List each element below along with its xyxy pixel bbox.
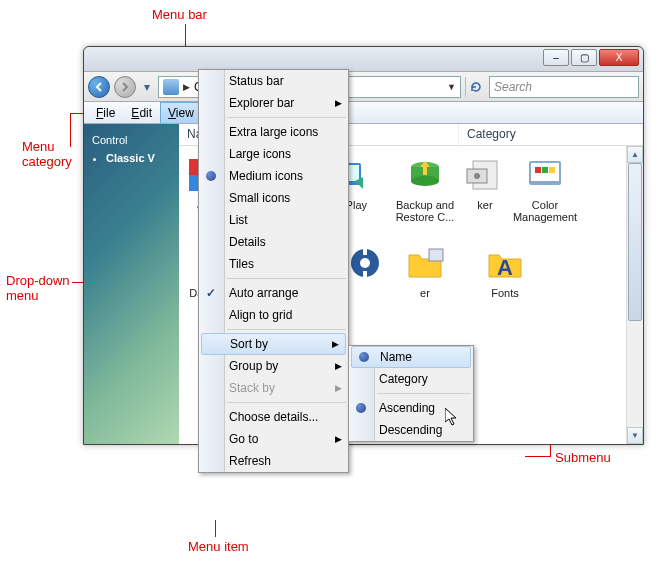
radio-bullet-icon	[356, 403, 366, 413]
menu-item-explorer-bar[interactable]: Explorer bar▶	[199, 92, 348, 114]
menu-item-choose-details[interactable]: Choose details...	[199, 406, 348, 428]
sidebar-item-classic-view[interactable]: Classic V	[106, 152, 171, 164]
list-item[interactable]: er	[387, 242, 463, 328]
callout-menu-category: Menu category	[22, 139, 72, 169]
menu-item-go-to[interactable]: Go to▶	[199, 428, 348, 450]
view-dropdown-menu: Status bar Explorer bar▶ Extra large ico…	[198, 69, 349, 473]
address-dropdown-icon[interactable]: ▼	[447, 82, 456, 92]
menu-item-extra-large-icons[interactable]: Extra large icons	[199, 121, 348, 143]
menu-bar: File Edit View Tools Help	[84, 102, 643, 124]
menu-item-align-to-grid[interactable]: Align to grid	[199, 304, 348, 326]
app-icon	[344, 242, 386, 284]
back-button[interactable]	[88, 76, 110, 98]
svg-rect-20	[535, 167, 541, 173]
backup-icon	[404, 154, 446, 196]
app-icon	[464, 154, 506, 196]
radio-bullet-icon	[359, 352, 369, 362]
folder-icon	[404, 242, 446, 284]
control-panel-icon	[163, 79, 179, 95]
callout-menubar: Menu bar	[152, 7, 207, 22]
minimize-button[interactable]: –	[543, 49, 569, 66]
radio-bullet-icon	[206, 171, 216, 181]
fonts-icon: A	[484, 242, 526, 284]
forward-button[interactable]	[114, 76, 136, 98]
close-button[interactable]: X	[599, 49, 639, 66]
nav-history-dropdown[interactable]: ▾	[140, 78, 154, 96]
menu-item-stack-by: Stack by▶	[199, 377, 348, 399]
menu-item-small-icons[interactable]: Small icons	[199, 187, 348, 209]
svg-rect-21	[542, 167, 548, 173]
refresh-button[interactable]	[465, 77, 485, 97]
svg-rect-30	[363, 247, 367, 255]
svg-rect-31	[363, 271, 367, 279]
vertical-scrollbar[interactable]: ▲ ▼	[626, 146, 643, 444]
maximize-button[interactable]: ▢	[571, 49, 597, 66]
svg-point-14	[411, 176, 439, 186]
scroll-thumb[interactable]	[628, 163, 642, 321]
menu-item-details[interactable]: Details	[199, 231, 348, 253]
color-mgmt-icon	[524, 154, 566, 196]
svg-text:A: A	[497, 255, 513, 280]
check-icon: ✓	[206, 286, 216, 300]
callout-dropdown: Drop-down menu	[6, 273, 76, 303]
menu-item-tiles[interactable]: Tiles	[199, 253, 348, 275]
list-item[interactable]: AFonts	[467, 242, 543, 328]
svg-point-17	[474, 173, 480, 179]
titlebar[interactable]: – ▢ X	[84, 47, 643, 72]
menu-item-refresh[interactable]: Refresh	[199, 450, 348, 472]
list-item[interactable]: ker	[467, 154, 503, 240]
sidebar: Control Classic V	[84, 124, 179, 444]
callout-line	[215, 520, 216, 537]
callout-submenu: Submenu	[555, 450, 611, 465]
address-bar: ▾ ▶ Control Panel ▶ ▼ Search	[84, 72, 643, 102]
column-category[interactable]: Category	[459, 124, 643, 145]
menu-item-large-icons[interactable]: Large icons	[199, 143, 348, 165]
submenu-item-name[interactable]: Name	[351, 346, 471, 368]
breadcrumb-arrow-icon[interactable]: ▶	[183, 82, 190, 92]
menu-file[interactable]: File	[88, 102, 123, 123]
menu-item-medium-icons[interactable]: Medium icons	[199, 165, 348, 187]
menu-edit[interactable]: Edit	[123, 102, 160, 123]
svg-point-29	[360, 258, 370, 268]
menu-item-list[interactable]: List	[199, 209, 348, 231]
list-item[interactable]: Color Management	[507, 154, 583, 240]
search-input[interactable]: Search	[489, 76, 639, 98]
svg-rect-32	[429, 249, 443, 261]
menu-view[interactable]: View	[160, 102, 202, 123]
scroll-up-button[interactable]: ▲	[627, 146, 643, 163]
scroll-down-button[interactable]: ▼	[627, 427, 643, 444]
menu-item-auto-arrange[interactable]: ✓Auto arrange	[199, 282, 348, 304]
submenu-item-category[interactable]: Category	[349, 368, 473, 390]
menu-item-group-by[interactable]: Group by▶	[199, 355, 348, 377]
menu-item-status-bar[interactable]: Status bar	[199, 70, 348, 92]
submenu-item-ascending[interactable]: Ascending	[349, 397, 473, 419]
callout-menu-item: Menu item	[188, 539, 249, 554]
list-item[interactable]	[347, 242, 383, 328]
submenu-item-descending[interactable]: Descending	[349, 419, 473, 441]
sort-by-submenu: Name Category Ascending Descending	[348, 345, 474, 442]
search-placeholder: Search	[494, 80, 532, 94]
explorer-window: – ▢ X ▾ ▶ Control Panel ▶ ▼ Search	[83, 46, 644, 445]
list-item[interactable]: Backup and Restore C...	[387, 154, 463, 240]
sidebar-heading: Control	[92, 134, 171, 146]
svg-rect-22	[549, 167, 555, 173]
menu-item-sort-by[interactable]: Sort by▶	[201, 333, 346, 355]
